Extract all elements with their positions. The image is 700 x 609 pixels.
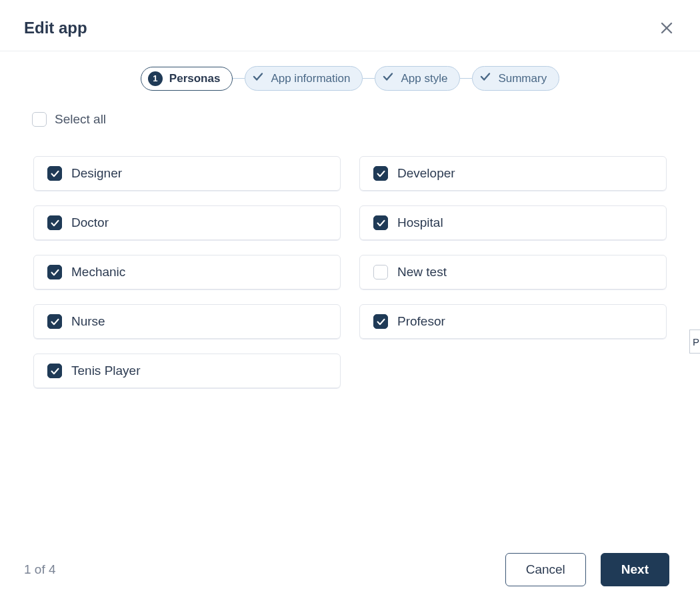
select-all-toggle[interactable]: Select all: [31, 109, 669, 132]
persona-label: Hospital: [397, 215, 443, 230]
persona-checkbox[interactable]: [47, 314, 62, 329]
persona-card[interactable]: Doctor: [33, 205, 341, 240]
check-icon: [376, 218, 386, 228]
persona-checkbox[interactable]: [373, 166, 388, 181]
persona-checkbox[interactable]: [47, 364, 62, 378]
persona-card[interactable]: Designer: [33, 156, 341, 191]
persona-checkbox[interactable]: [47, 265, 62, 279]
page-indicator: 1 of 4: [24, 562, 56, 577]
select-all-checkbox[interactable]: [32, 112, 47, 127]
step-connector: [233, 78, 245, 79]
persona-label: Developer: [397, 166, 455, 181]
persona-card[interactable]: Mechanic: [33, 255, 341, 289]
check-icon: [50, 218, 60, 228]
step-connector: [363, 78, 375, 79]
step-label: App style: [401, 72, 447, 85]
dialog-content: Select all DesignerDeveloperDoctorHospit…: [0, 97, 700, 537]
check-icon: [382, 71, 394, 86]
check-icon: [252, 71, 264, 83]
dialog-footer: 1 of 4 Cancel Next: [0, 537, 700, 609]
step-label: Summary: [498, 72, 547, 85]
persona-label: Mechanic: [71, 265, 125, 279]
wizard-stepper: 1PersonasApp informationApp styleSummary: [0, 51, 700, 97]
step-summary[interactable]: Summary: [472, 66, 559, 91]
persona-checkbox[interactable]: [373, 314, 388, 329]
step-number-badge: 1: [148, 71, 163, 86]
step-label: App information: [271, 72, 350, 85]
offscreen-peek: P: [689, 330, 700, 354]
close-icon: [659, 20, 675, 36]
persona-card[interactable]: New test: [359, 255, 667, 289]
step-connector: [460, 78, 472, 79]
persona-checkbox[interactable]: [373, 215, 388, 230]
step-personas[interactable]: 1Personas: [141, 67, 233, 91]
close-button[interactable]: [657, 19, 676, 37]
persona-label: Designer: [71, 166, 122, 181]
persona-label: New test: [397, 265, 447, 279]
persona-card[interactable]: Hospital: [359, 205, 667, 240]
step-label: Personas: [169, 72, 221, 85]
cancel-button[interactable]: Cancel: [505, 553, 586, 586]
check-icon: [376, 317, 386, 327]
select-all-label: Select all: [55, 112, 106, 127]
persona-checkbox[interactable]: [47, 215, 62, 230]
check-icon: [50, 317, 60, 327]
dialog-title: Edit app: [24, 19, 87, 37]
persona-card[interactable]: Nurse: [33, 304, 341, 339]
persona-checkbox[interactable]: [373, 265, 388, 279]
dialog-header: Edit app: [0, 0, 700, 51]
persona-card[interactable]: Developer: [359, 156, 667, 191]
check-icon: [50, 366, 60, 376]
persona-label: Doctor: [71, 215, 109, 230]
check-icon: [382, 71, 394, 83]
persona-label: Profesor: [397, 314, 445, 329]
persona-label: Tenis Player: [71, 364, 141, 378]
persona-checkbox[interactable]: [47, 166, 62, 181]
next-button[interactable]: Next: [601, 553, 669, 586]
persona-card[interactable]: Profesor: [359, 304, 667, 339]
check-icon: [50, 169, 60, 179]
persona-card[interactable]: Tenis Player: [33, 354, 341, 388]
footer-actions: Cancel Next: [505, 553, 669, 586]
persona-grid: DesignerDeveloperDoctorHospitalMechanicN…: [31, 132, 669, 388]
persona-label: Nurse: [71, 314, 105, 329]
edit-app-dialog: Edit app 1PersonasApp informationApp sty…: [0, 0, 700, 609]
step-app-style[interactable]: App style: [375, 66, 460, 91]
check-icon: [479, 71, 491, 86]
check-icon: [50, 267, 60, 277]
step-app-information[interactable]: App information: [245, 66, 363, 91]
check-icon: [479, 71, 491, 83]
check-icon: [376, 169, 386, 179]
check-icon: [252, 71, 264, 86]
